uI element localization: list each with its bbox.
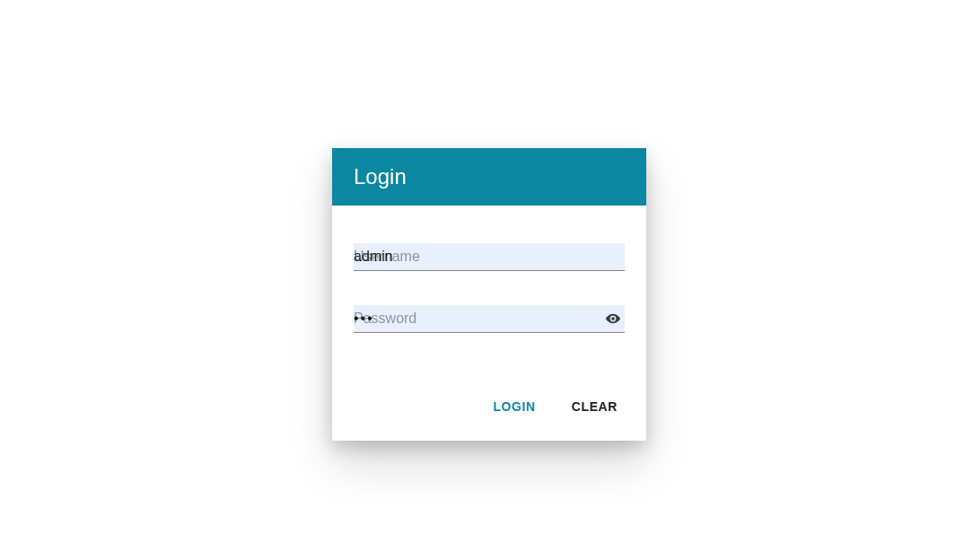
username-input[interactable]: [354, 243, 625, 271]
username-field-group: Username: [354, 243, 625, 271]
password-field-group: Password: [354, 305, 625, 333]
login-card: Login Username Password Login Clear: [332, 148, 646, 441]
card-title: Login: [332, 148, 646, 206]
eye-icon[interactable]: [605, 311, 621, 327]
password-input[interactable]: [354, 305, 625, 333]
card-actions: Login Clear: [332, 376, 646, 441]
card-body: Username Password: [332, 206, 646, 376]
login-button[interactable]: Login: [486, 392, 542, 421]
clear-button[interactable]: Clear: [565, 392, 625, 421]
